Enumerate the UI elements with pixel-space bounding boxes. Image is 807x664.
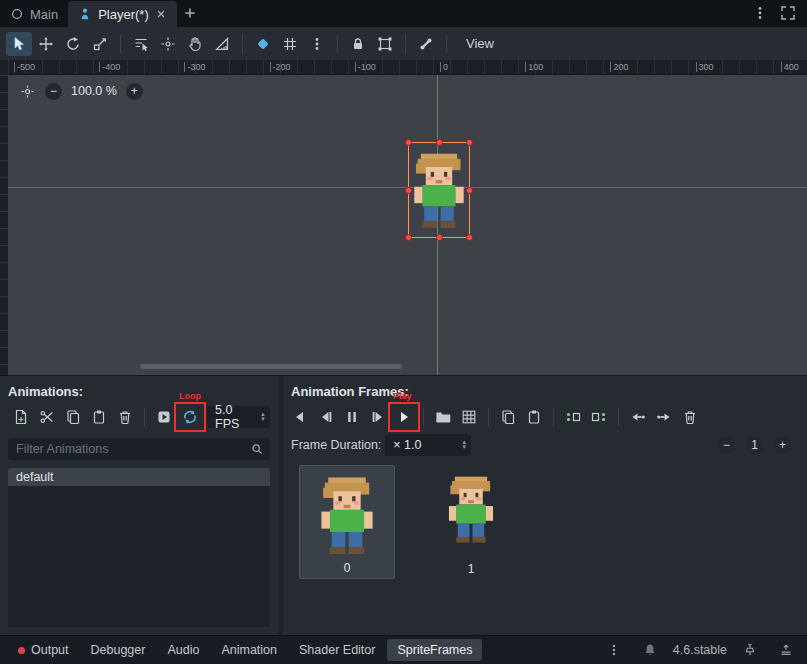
spin-down-icon[interactable]: ▼	[461, 445, 467, 450]
selection-handle[interactable]	[405, 139, 412, 146]
statusbar-tab-output[interactable]: Output	[8, 639, 79, 661]
play-backwards-button[interactable]	[287, 405, 313, 429]
thumbnail-zoom-in-button[interactable]: +	[774, 437, 791, 454]
play-backwards-from-end-button[interactable]	[313, 405, 339, 429]
player-sprite-canvas[interactable]	[411, 147, 467, 233]
center-view-icon[interactable]	[18, 82, 36, 100]
ruler-label: 300	[696, 62, 714, 72]
ruler-label: -100	[355, 62, 376, 72]
vertical-ruler	[0, 75, 8, 375]
copy-frame-button[interactable]	[495, 405, 521, 429]
frames-strip: 01	[287, 465, 799, 579]
delete-frame-button[interactable]	[677, 405, 703, 429]
cut-animation-button[interactable]	[34, 405, 60, 429]
selection-handle[interactable]	[466, 139, 473, 146]
selection-handle[interactable]	[466, 234, 473, 241]
insert-frame-after-button[interactable]	[586, 405, 612, 429]
horizontal-scrollbar[interactable]	[140, 364, 402, 369]
move-tool-button[interactable]	[33, 32, 59, 56]
toolbar-separator	[618, 408, 619, 426]
group-object-button[interactable]	[372, 32, 398, 56]
paste-animation-button[interactable]	[86, 405, 112, 429]
tab-player[interactable]: Player(*)	[68, 1, 177, 27]
expand-bottom-panel-icon[interactable]	[773, 638, 799, 662]
frame-duration-row: Frame Duration: × 1.0 ▲ ▼ − 1 +	[287, 433, 799, 457]
selection-handle[interactable]	[466, 187, 473, 194]
statusbar-tab-animation[interactable]: Animation	[211, 639, 287, 661]
pause-button[interactable]	[339, 405, 365, 429]
frame-index-label: 0	[344, 561, 351, 575]
lock-object-button[interactable]	[345, 32, 371, 56]
frames-toolbar: Play	[287, 404, 799, 430]
play-button[interactable]: Play	[391, 405, 417, 429]
autoplay-on-load-button[interactable]	[151, 405, 177, 429]
animation-list-item[interactable]: default	[8, 468, 270, 486]
close-tab-icon[interactable]	[155, 8, 167, 20]
toolbar-separator	[242, 35, 243, 53]
statusbar-tab-spriteframes[interactable]: SpriteFrames	[387, 639, 482, 661]
paste-frame-button[interactable]	[521, 405, 547, 429]
animation-list[interactable]: default	[8, 468, 270, 627]
thumbnail-zoom-reset-button[interactable]: 1	[746, 437, 763, 454]
copy-animation-button[interactable]	[60, 405, 86, 429]
select-tool-button[interactable]	[6, 32, 32, 56]
zoom-level-label[interactable]: 100.0 %	[71, 84, 117, 98]
frames-title: Animation Frames:	[287, 384, 799, 399]
view-menu-button[interactable]: View	[454, 36, 506, 51]
ruler-label: 400	[781, 62, 799, 72]
selection-handle[interactable]	[405, 187, 412, 194]
selection-handle[interactable]	[436, 139, 443, 146]
skeleton-options-button[interactable]	[413, 32, 439, 56]
statusbar-tab-audio[interactable]: Audio	[157, 639, 209, 661]
bottom-panel-menu-icon[interactable]	[601, 638, 627, 662]
spin-down-icon[interactable]: ▼	[260, 417, 266, 422]
viewport-canvas[interactable]: − 100.0 % +	[8, 75, 807, 375]
canvas-toolbar: View	[0, 27, 807, 60]
grid-snap-toggle[interactable]	[277, 32, 303, 56]
new-tab-button[interactable]	[177, 1, 203, 25]
filter-animations-input[interactable]	[8, 438, 270, 460]
rotate-tool-button[interactable]	[60, 32, 86, 56]
pin-bottom-panel-icon[interactable]	[737, 638, 763, 662]
snap-options-menu[interactable]	[304, 32, 330, 56]
spriteframes-editor: Animations:	[0, 375, 807, 635]
ruler-tool-button[interactable]	[209, 32, 235, 56]
tab-menu-icon[interactable]	[747, 1, 773, 25]
canvas-zoom-controls: − 100.0 % +	[18, 82, 143, 100]
spinner-arrows[interactable]: ▲ ▼	[260, 412, 266, 422]
statusbar-right: 4.6.stable	[601, 638, 799, 662]
move-frame-right-button[interactable]	[651, 405, 677, 429]
thumbnail-zoom-out-button[interactable]: −	[718, 437, 735, 454]
frame-tile[interactable]: 0	[299, 465, 395, 579]
selection-handle[interactable]	[405, 234, 412, 241]
zoom-in-button[interactable]: +	[126, 83, 143, 100]
move-frame-left-button[interactable]	[625, 405, 651, 429]
fps-spinbox[interactable]: 5.0 FPS ▲ ▼	[207, 406, 270, 428]
notifications-bell-icon[interactable]	[637, 638, 663, 662]
insert-frame-before-button[interactable]	[560, 405, 586, 429]
selection-handle[interactable]	[436, 234, 443, 241]
frame-duration-spinbox[interactable]: × 1.0 ▲ ▼	[385, 434, 471, 456]
frame-duration-value: × 1.0	[393, 438, 421, 452]
smart-snap-toggle[interactable]	[250, 32, 276, 56]
statusbar-tab-debugger[interactable]: Debugger	[81, 639, 156, 661]
list-select-tool-button[interactable]	[128, 32, 154, 56]
distraction-free-icon[interactable]	[775, 1, 801, 25]
pan-tool-button[interactable]	[182, 32, 208, 56]
add-frames-from-sheet-button[interactable]	[456, 405, 482, 429]
frame-tile[interactable]: 1	[423, 465, 519, 579]
statusbar-tab-shader-editor[interactable]: Shader Editor	[289, 639, 385, 661]
zoom-out-button[interactable]: −	[45, 83, 62, 100]
sprite-selection-box[interactable]	[408, 142, 470, 238]
spinner-arrows[interactable]: ▲ ▼	[461, 440, 467, 450]
pivot-tool-button[interactable]	[155, 32, 181, 56]
play-from-start-button[interactable]	[365, 405, 391, 429]
search-icon	[250, 442, 264, 456]
add-animation-button[interactable]	[8, 405, 34, 429]
scale-tool-button[interactable]	[87, 32, 113, 56]
delete-animation-button[interactable]	[112, 405, 138, 429]
toolbar-separator	[405, 35, 406, 53]
loop-button[interactable]: Loop	[177, 405, 203, 429]
tab-main[interactable]: Main	[0, 1, 68, 27]
add-frames-from-file-button[interactable]	[430, 405, 456, 429]
